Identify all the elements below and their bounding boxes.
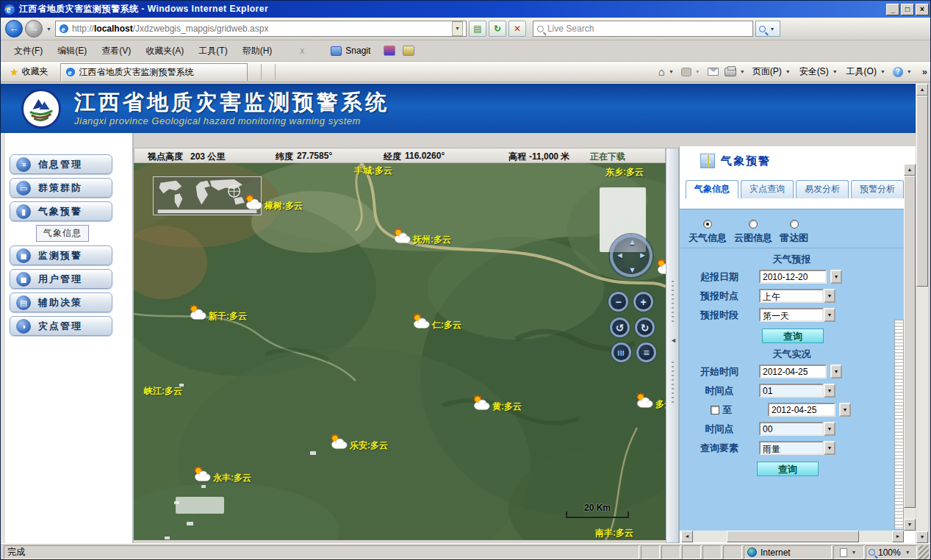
sidebar-item-mass-prevention[interactable]: ▭群策群防 <box>10 178 112 198</box>
collapse-arrow-icon[interactable]: ◄ <box>670 337 677 344</box>
favorites-button[interactable]: ★ 收藏夹 <box>5 64 53 79</box>
rotate-cw-button[interactable]: ↻ <box>635 317 655 337</box>
pan-right-icon[interactable]: ► <box>639 251 647 259</box>
pan-control[interactable]: ▲ ▼ ◄ ► <box>610 234 653 277</box>
zoom-in-button[interactable]: + <box>633 292 653 312</box>
weather-marker[interactable]: 峡江:多云 <box>144 385 182 398</box>
weather-marker[interactable] <box>655 259 666 277</box>
sidebar-subitem-weather-info[interactable]: 气象信息 <box>36 225 89 242</box>
radio-button-icon[interactable] <box>790 220 799 229</box>
snagit-button[interactable]: Snagit <box>325 44 376 57</box>
stop-button[interactable]: ✕ <box>508 21 526 37</box>
panel-horizontal-scrollbar[interactable]: ◄ ► <box>681 531 904 542</box>
weather-marker[interactable]: 南丰:多云 <box>595 527 633 539</box>
scroll-down-icon[interactable]: ▼ <box>916 531 928 543</box>
weather-marker[interactable]: 黄:多云 <box>472 395 522 413</box>
close-button[interactable]: × <box>916 4 929 15</box>
to-checkbox[interactable] <box>711 406 719 414</box>
radio-button-icon[interactable] <box>703 220 712 229</box>
tab-susceptibility-analysis[interactable]: 易发分析 <box>796 180 849 198</box>
back-button[interactable]: ← <box>5 20 23 37</box>
command-safety[interactable]: 安全(S)▼ <box>799 65 839 78</box>
weather-marker[interactable]: 永丰:多云 <box>193 466 251 484</box>
tab-hazard-query[interactable]: 灾点查询 <box>741 180 794 198</box>
address-dropdown-icon[interactable]: ▼ <box>452 21 463 36</box>
menu-item-file[interactable]: 文件(F) <box>7 43 50 60</box>
forecast-period-select[interactable]: 第一天▼ <box>759 308 835 322</box>
scroll-thumb[interactable] <box>916 96 928 287</box>
browser-tab[interactable]: e 江西省地质灾害监测预警系统 <box>60 63 248 81</box>
history-dropdown-icon[interactable]: ▼ <box>45 26 53 32</box>
weather-marker[interactable]: 新干:多云 <box>188 304 247 323</box>
dropdown-arrow-icon[interactable]: ▼ <box>830 270 842 284</box>
pan-up-icon[interactable]: ▲ <box>628 237 636 246</box>
command-page[interactable]: 页面(P)▼ <box>752 65 792 78</box>
page-vertical-scrollbar[interactable]: ▲ ▼ <box>916 84 928 543</box>
search-input[interactable]: Live Search <box>533 21 753 37</box>
weather-marker[interactable]: 樟树:多云 <box>244 194 303 212</box>
weather-marker[interactable]: 仁:多云 <box>411 313 461 331</box>
actual-start-select[interactable]: 2012-04-25▼ <box>759 365 842 378</box>
snagit-capture-icon[interactable] <box>384 46 395 56</box>
tab-warning-analysis[interactable]: 预警分析 <box>851 180 904 198</box>
radio-radar-image[interactable]: 雷达图 <box>780 220 808 245</box>
sidebar-item-monitor-warning[interactable]: ◼监测预警 <box>10 245 112 265</box>
pan-left-icon[interactable]: ◄ <box>616 251 624 259</box>
menu-item-help[interactable]: 帮助(H) <box>235 43 280 60</box>
map-canvas[interactable]: 丰城:多云东乡:多云樟树:多云抚州:多云新干:多云仁:多云峡江:多云黄:多云多云… <box>134 163 666 540</box>
radio-weather-info[interactable]: 天气信息 <box>689 220 727 245</box>
scroll-left-icon[interactable]: ◄ <box>681 531 693 542</box>
address-field[interactable]: e http://localhost/Jxdzwebgis_mapgis/gri… <box>55 21 467 37</box>
dropdown-arrow-icon[interactable]: ▼ <box>839 403 851 417</box>
actual-hour1-select[interactable]: 01▼ <box>759 384 835 398</box>
command-tools[interactable]: 工具(O)▼ <box>846 65 887 78</box>
rotate-ccw-button[interactable]: ↺ <box>610 317 630 337</box>
tab-weather-info[interactable]: 气象信息 <box>686 180 738 198</box>
weather-marker[interactable]: 抚州:多云 <box>392 228 451 246</box>
weather-marker[interactable]: 东乡:多云 <box>605 166 644 179</box>
actual-query-button[interactable]: 查询 <box>757 462 819 476</box>
dropdown-arrow-icon[interactable]: ▼ <box>824 422 835 436</box>
dropdown-arrow-icon[interactable]: ▼ <box>824 289 835 303</box>
sidebar-item-weather-warning[interactable]: ▮气象预警 <box>10 201 112 221</box>
sidebar-item-hazard-management[interactable]: ◑灾点管理 <box>10 316 112 336</box>
sidebar-item-decision-support[interactable]: ▤辅助决策 <box>10 292 112 312</box>
menu-item-edit[interactable]: 编辑(E) <box>50 43 94 60</box>
forecast-time-select[interactable]: 上午▼ <box>759 289 835 303</box>
command-overflow[interactable]: » <box>919 66 927 77</box>
snagit-edit-icon[interactable] <box>403 46 414 56</box>
radio-cloud-image[interactable]: 云图信息 <box>734 220 772 245</box>
help-button[interactable]: ?▼ <box>893 67 913 77</box>
sidebar-item-info-management[interactable]: «信息管理 <box>10 154 112 174</box>
weather-marker[interactable]: 乐安:多云 <box>329 434 388 452</box>
weather-marker[interactable]: 多云 <box>635 392 666 411</box>
menu-item-favorites[interactable]: 收藏夹(A) <box>138 43 191 60</box>
protected-mode-control[interactable]: ▼ <box>833 545 864 559</box>
panel-splitter[interactable]: ◄ <box>666 148 679 543</box>
scroll-up-icon[interactable]: ▲ <box>904 164 916 176</box>
dropdown-arrow-icon[interactable]: ▼ <box>824 308 835 322</box>
tilt-bars-button[interactable]: ||| <box>611 342 631 362</box>
weather-marker[interactable]: 丰城:多云 <box>354 165 392 177</box>
refresh-button[interactable]: ↻ <box>489 21 506 37</box>
dropdown-arrow-icon[interactable]: ▼ <box>850 550 858 555</box>
search-options-icon[interactable]: ▼ <box>768 26 776 32</box>
zoom-out-button[interactable]: − <box>608 292 628 312</box>
menu-item-view[interactable]: 查看(V) <box>94 43 138 60</box>
scroll-up-icon[interactable]: ▲ <box>916 84 928 96</box>
actual-hour2-select[interactable]: 00▼ <box>759 422 835 436</box>
dropdown-arrow-icon[interactable]: ▼ <box>824 384 835 398</box>
forecast-query-button[interactable]: 查询 <box>762 329 824 343</box>
forward-button[interactable]: → <box>25 20 43 37</box>
vertical-text-strip[interactable] <box>894 320 904 530</box>
print-button[interactable]: ▼ <box>725 68 747 76</box>
minimize-button[interactable]: _ <box>886 4 899 15</box>
menu-item-tools[interactable]: 工具(T) <box>191 43 234 60</box>
home-button[interactable]: ⌂▼ <box>658 65 675 78</box>
feeds-button[interactable]: ▼ <box>681 68 702 76</box>
resize-grip[interactable] <box>919 545 929 559</box>
scroll-thumb[interactable] <box>904 176 916 508</box>
zoom-control[interactable]: 100% ▼ <box>866 545 917 559</box>
sidebar-item-user-management[interactable]: ◼用户管理 <box>10 269 112 289</box>
pan-down-icon[interactable]: ▼ <box>628 265 636 274</box>
